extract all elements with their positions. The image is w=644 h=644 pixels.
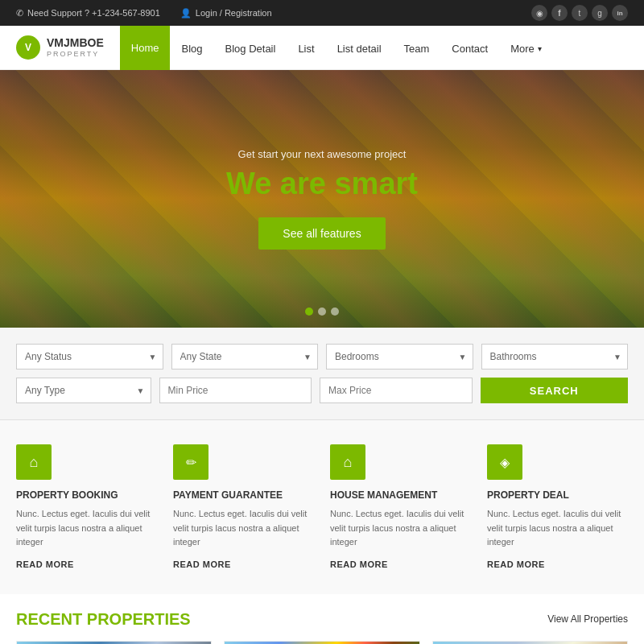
logo-title: VMJMBOE xyxy=(47,36,104,50)
max-price-input[interactable] xyxy=(320,378,473,403)
phone-icon xyxy=(16,8,23,19)
logo-subtitle: PROPERTY xyxy=(47,50,104,59)
booking-title: PROPERTY BOOKING xyxy=(16,489,157,501)
dot-2[interactable] xyxy=(318,308,326,316)
property-card-2[interactable] xyxy=(224,641,419,644)
bedrooms-select[interactable]: Bedrooms xyxy=(326,344,473,369)
property-card-1[interactable] xyxy=(16,641,212,644)
home2-icon xyxy=(344,454,353,471)
diamond-icon xyxy=(500,455,510,470)
logo-icon: V xyxy=(16,35,40,60)
feature-booking: PROPERTY BOOKING Nunc. Lectus eget. Iacu… xyxy=(16,444,157,570)
nav-link-home[interactable]: Home xyxy=(120,26,171,70)
nav-item-list[interactable]: List xyxy=(287,26,325,70)
support-text: Need Support ? +1-234-567-8901 xyxy=(27,8,160,18)
features-grid: PROPERTY BOOKING Nunc. Lectus eget. Iacu… xyxy=(16,444,628,570)
state-select-wrapper: Any State ▼ xyxy=(171,344,319,369)
hero-subtitle: Get start your next awesome project xyxy=(226,148,418,160)
deal-read-more[interactable]: READ MORE xyxy=(487,559,545,569)
nav-item-home[interactable]: Home xyxy=(120,26,171,70)
search-row-1: Any Status ▼ Any State ▼ Bedrooms ▼ Bath… xyxy=(16,344,628,369)
nav-item-team[interactable]: Team xyxy=(393,26,441,70)
recent-title-plain: RECENT xyxy=(16,610,87,628)
nav-item-blog-detail[interactable]: Blog Detail xyxy=(214,26,287,70)
nav-item-contact[interactable]: Contact xyxy=(440,26,499,70)
nav-link-more[interactable]: More▾ xyxy=(499,26,553,70)
bathrooms-select-wrapper: Bathrooms ▼ xyxy=(481,344,629,369)
type-select[interactable]: Any Type xyxy=(16,378,151,403)
status-select[interactable]: Any Status xyxy=(16,344,163,369)
nav-link-list[interactable]: List xyxy=(287,26,325,70)
deal-title: PROPERTY DEAL xyxy=(487,489,628,501)
property-card-3[interactable] xyxy=(432,641,628,644)
booking-text: Nunc. Lectus eget. Iaculis dui velit vel… xyxy=(16,507,157,550)
top-bar: Need Support ? +1-234-567-8901 Login / R… xyxy=(0,0,644,26)
deal-text: Nunc. Lectus eget. Iaculis dui velit vel… xyxy=(487,507,628,550)
search-button[interactable]: SEARCH xyxy=(481,378,629,403)
payment-icon-box xyxy=(173,444,208,480)
nav-links: Home Blog Blog Detail List List detail T… xyxy=(120,26,553,69)
search-row-2: Any Type ▼ SEARCH xyxy=(16,378,628,403)
hero-dots xyxy=(305,308,339,316)
login-text: Login / Registration xyxy=(196,8,272,18)
dot-1[interactable] xyxy=(305,308,313,316)
nav-link-blog-detail[interactable]: Blog Detail xyxy=(214,26,287,70)
nav-link-list-detail[interactable]: List detail xyxy=(326,26,393,70)
recent-section: RECENT PROPERTIES View All Properties xyxy=(0,594,644,644)
deal-icon-box xyxy=(487,444,522,480)
hero-title: We are smart xyxy=(226,167,418,201)
payment-read-more[interactable]: READ MORE xyxy=(173,559,231,569)
logo: V VMJMBOE PROPERTY xyxy=(16,35,104,60)
twitter-icon[interactable] xyxy=(572,5,588,21)
booking-read-more[interactable]: READ MORE xyxy=(16,559,74,569)
hero-section: Get start your next awesome project We a… xyxy=(0,70,644,328)
top-bar-left: Need Support ? +1-234-567-8901 Login / R… xyxy=(16,8,272,19)
navbar: V VMJMBOE PROPERTY Home Blog Blog Detail… xyxy=(0,26,644,70)
management-icon-box xyxy=(330,444,365,480)
nav-item-blog[interactable]: Blog xyxy=(170,26,213,70)
search-section: Any Status ▼ Any State ▼ Bedrooms ▼ Bath… xyxy=(0,328,644,420)
status-select-wrapper: Any Status ▼ xyxy=(16,344,163,369)
management-text: Nunc. Lectus eget. Iaculis dui velit vel… xyxy=(330,507,471,550)
state-select[interactable]: Any State xyxy=(171,344,319,369)
home-icon xyxy=(30,454,39,471)
features-section: PROPERTY BOOKING Nunc. Lectus eget. Iacu… xyxy=(0,420,644,594)
hero-title-plain: We are xyxy=(226,167,334,200)
payment-title: PAYMENT GUARANTEE xyxy=(173,489,314,501)
dot-3[interactable] xyxy=(331,308,339,316)
min-price-input[interactable] xyxy=(159,378,312,403)
hero-content: Get start your next awesome project We a… xyxy=(226,148,418,250)
nav-link-contact[interactable]: Contact xyxy=(440,26,499,70)
bathrooms-select[interactable]: Bathrooms xyxy=(481,344,629,369)
nav-link-blog[interactable]: Blog xyxy=(170,26,213,70)
logo-text: VMJMBOE PROPERTY xyxy=(47,36,104,59)
feature-deal: PROPERTY DEAL Nunc. Lectus eget. Iaculis… xyxy=(487,444,628,570)
feature-management: HOUSE MANAGEMENT Nunc. Lectus eget. Iacu… xyxy=(330,444,471,570)
bedrooms-select-wrapper: Bedrooms ▼ xyxy=(326,344,473,369)
nav-link-team[interactable]: Team xyxy=(393,26,441,70)
pencil-icon xyxy=(186,455,196,470)
social-icons xyxy=(531,5,628,21)
hero-title-accent: smart xyxy=(334,167,418,200)
management-title: HOUSE MANAGEMENT xyxy=(330,489,471,501)
more-arrow-icon: ▾ xyxy=(538,44,542,53)
recent-title: RECENT PROPERTIES xyxy=(16,610,191,629)
see-features-button[interactable]: See all features xyxy=(258,217,385,250)
management-read-more[interactable]: READ MORE xyxy=(330,559,388,569)
booking-icon-box xyxy=(16,444,52,480)
linkedin-icon[interactable] xyxy=(612,5,628,21)
rss-icon[interactable] xyxy=(531,5,547,21)
type-select-wrapper: Any Type ▼ xyxy=(16,378,151,403)
feature-payment: PAYMENT GUARANTEE Nunc. Lectus eget. Iac… xyxy=(173,444,314,570)
recent-header: RECENT PROPERTIES View All Properties xyxy=(16,610,628,629)
facebook-icon[interactable] xyxy=(551,5,568,21)
nav-item-list-detail[interactable]: List detail xyxy=(326,26,393,70)
properties-grid xyxy=(16,641,628,644)
recent-title-accent: PROPERTIES xyxy=(87,610,191,628)
nav-item-more[interactable]: More▾ xyxy=(499,26,553,70)
payment-text: Nunc. Lectus eget. Iaculis dui velit vel… xyxy=(173,507,314,550)
googleplus-icon[interactable] xyxy=(592,5,608,21)
user-icon xyxy=(180,8,192,19)
view-all-link[interactable]: View All Properties xyxy=(547,613,628,625)
